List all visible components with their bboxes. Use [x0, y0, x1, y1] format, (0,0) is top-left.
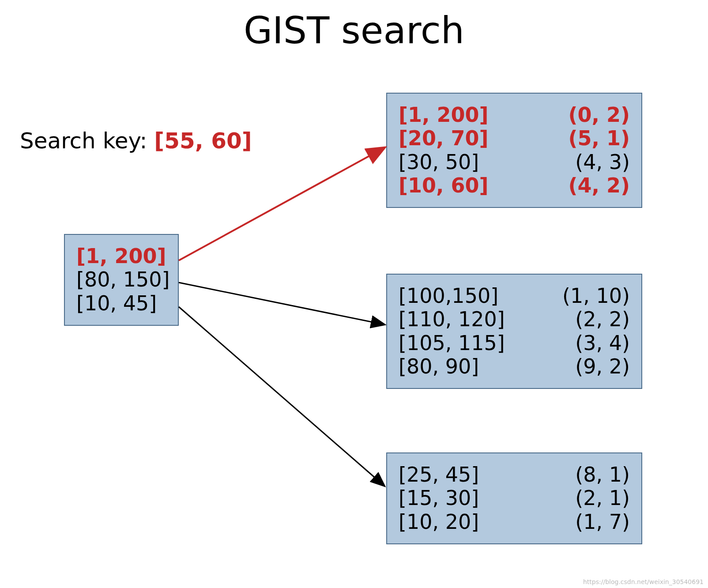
leaf-row-range: [25, 45]	[399, 463, 479, 486]
leaf-row-tid: (5, 1)	[568, 127, 630, 150]
root-entry: [80, 150]	[76, 268, 166, 291]
leaf-node-2: [25, 45](8, 1)[15, 30](2, 1)[10, 20](1, …	[386, 452, 642, 544]
leaf-row-tid: (4, 3)	[575, 151, 630, 174]
leaf-row-range: [110, 120]	[399, 308, 505, 331]
leaf-row-tid: (4, 2)	[568, 174, 630, 197]
leaf-row: [80, 90](9, 2)	[399, 355, 630, 378]
search-key: Search key: [55, 60]	[20, 128, 252, 154]
leaf-row-tid: (9, 2)	[575, 355, 630, 378]
leaf-row-range: [100,150]	[399, 284, 498, 308]
leaf-row-tid: (3, 4)	[575, 332, 630, 355]
leaf-row-range: [10, 60]	[399, 174, 489, 197]
leaf-row: [110, 120](2, 2)	[399, 308, 630, 331]
watermark: https://blog.csdn.net/weixin_30540691	[583, 578, 704, 585]
leaf-row-tid: (1, 7)	[575, 510, 630, 534]
leaf-row-tid: (0, 2)	[568, 103, 630, 127]
root-entry: [1, 200]	[76, 245, 166, 268]
arrow-root-to-leaf0	[179, 148, 384, 260]
leaf-row-tid: (1, 10)	[562, 284, 630, 308]
leaf-row: [25, 45](8, 1)	[399, 463, 630, 486]
leaf-row-range: [20, 70]	[399, 127, 489, 150]
leaf-row: [100,150](1, 10)	[399, 284, 630, 308]
arrow-root-to-leaf1	[179, 283, 384, 324]
root-entry: [10, 45]	[76, 292, 166, 315]
leaf-row: [10, 20](1, 7)	[399, 510, 630, 534]
leaf-row-tid: (8, 1)	[575, 463, 630, 486]
page-title: GIST search	[0, 9, 708, 52]
leaf-node-0: [1, 200](0, 2)[20, 70](5, 1)[30, 50](4, …	[386, 93, 642, 208]
leaf-row-tid: (2, 2)	[575, 308, 630, 331]
leaf-row: [105, 115](3, 4)	[399, 332, 630, 355]
search-key-label: Search key:	[20, 128, 154, 154]
leaf-row-tid: (2, 1)	[575, 486, 630, 510]
leaf-row-range: [10, 20]	[399, 510, 479, 534]
root-entry-range: [80, 150]	[76, 268, 169, 291]
leaf-row-range: [15, 30]	[399, 486, 479, 510]
leaf-row: [20, 70](5, 1)	[399, 127, 630, 150]
root-entry-range: [10, 45]	[76, 292, 157, 315]
root-entry-range: [1, 200]	[76, 245, 166, 268]
leaf-row-range: [105, 115]	[399, 332, 505, 355]
leaf-row: [10, 60](4, 2)	[399, 174, 630, 197]
leaf-row-range: [1, 200]	[399, 103, 489, 127]
leaf-row-range: [80, 90]	[399, 355, 479, 378]
leaf-row: [1, 200](0, 2)	[399, 103, 630, 127]
search-key-value: [55, 60]	[154, 128, 252, 154]
arrow-root-to-leaf2	[179, 307, 384, 486]
leaf-node-1: [100,150](1, 10)[110, 120](2, 2)[105, 11…	[386, 274, 642, 389]
leaf-row: [15, 30](2, 1)	[399, 486, 630, 510]
leaf-row-range: [30, 50]	[399, 151, 479, 174]
root-node: [1, 200][80, 150][10, 45]	[64, 234, 179, 326]
leaf-row: [30, 50](4, 3)	[399, 151, 630, 174]
